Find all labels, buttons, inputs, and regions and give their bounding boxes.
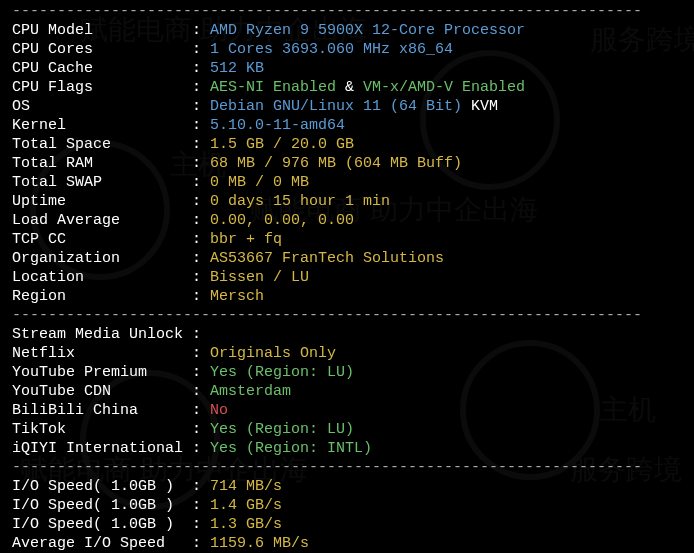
colon: : [192,439,210,458]
info-label: I/O Speed( 1.0GB ) [12,477,192,496]
info-value: AS53667 FranTech Solutions [210,249,444,268]
info-label: BiliBili China [12,401,192,420]
colon: : [192,173,210,192]
info-value-part: KVM [462,97,498,116]
info-row: BiliBili China : No [0,401,694,420]
info-row: CPU Model : AMD Ryzen 9 5900X 12-Core Pr… [0,21,694,40]
io-speed-section: I/O Speed( 1.0GB ) : 714 MB/sI/O Speed( … [0,477,694,553]
colon: : [192,287,210,306]
colon: : [192,21,210,40]
info-row: TCP CC : bbr + fq [0,230,694,249]
info-row: Uptime : 0 days 15 hour 1 min [0,192,694,211]
colon: : [192,40,210,59]
info-value: 1.4 GB/s [210,496,282,515]
colon: : [192,135,210,154]
info-value-part: AES-NI Enabled [210,78,336,97]
info-row: YouTube Premium : Yes (Region: LU) [0,363,694,382]
info-value: 68 MB / 976 MB (604 MB Buff) [210,154,462,173]
info-label: Total Space [12,135,192,154]
info-row: I/O Speed( 1.0GB ) : 1.3 GB/s [0,515,694,534]
info-label: Total SWAP [12,173,192,192]
info-label: TCP CC [12,230,192,249]
info-value: Originals Only [210,344,336,363]
info-row: Netflix : Originals Only [0,344,694,363]
info-value: Yes (Region: LU) [210,420,354,439]
info-value: 512 KB [210,59,264,78]
colon: : [192,496,210,515]
info-value: 0 MB / 0 MB [210,173,309,192]
info-value: AMD Ryzen 9 5900X 12-Core Processor [210,21,525,40]
info-label: Uptime [12,192,192,211]
info-label: YouTube CDN [12,382,192,401]
info-row: Region : Mersch [0,287,694,306]
colon: : [192,325,210,344]
info-row: YouTube CDN : Amsterdam [0,382,694,401]
info-row: Kernel : 5.10.0-11-amd64 [0,116,694,135]
info-value: 1.3 GB/s [210,515,282,534]
colon: : [192,249,210,268]
info-row: Load Average : 0.00, 0.00, 0.00 [0,211,694,230]
section-divider: ----------------------------------------… [0,458,694,477]
info-label: YouTube Premium [12,363,192,382]
info-label: Organization [12,249,192,268]
info-label: I/O Speed( 1.0GB ) [12,515,192,534]
colon: : [192,59,210,78]
info-value-part: & [336,78,363,97]
info-label: Total RAM [12,154,192,173]
colon: : [192,78,210,97]
colon: : [192,268,210,287]
info-value-part: VM-x/AMD-V Enabled [363,78,525,97]
info-value: Amsterdam [210,382,291,401]
info-value: 1 Cores 3693.060 MHz x86_64 [210,40,453,59]
info-label: Netflix [12,344,192,363]
info-row: CPU Cache : 512 KB [0,59,694,78]
stream-header-row: Stream Media Unlock : [0,325,694,344]
info-row: Location : Bissen / LU [0,268,694,287]
colon: : [192,382,210,401]
info-value: 0.00, 0.00, 0.00 [210,211,354,230]
section-divider: ----------------------------------------… [0,2,694,21]
section-divider: ----------------------------------------… [0,306,694,325]
info-row: Total RAM : 68 MB / 976 MB (604 MB Buff) [0,154,694,173]
info-value: bbr + fq [210,230,282,249]
info-value: No [210,401,228,420]
info-label: Load Average [12,211,192,230]
info-row: TikTok : Yes (Region: LU) [0,420,694,439]
info-row: I/O Speed( 1.0GB ) : 714 MB/s [0,477,694,496]
info-value: Bissen / LU [210,268,309,287]
stream-media-section: Netflix : Originals OnlyYouTube Premium … [0,344,694,458]
colon: : [192,154,210,173]
system-info-section: CPU Model : AMD Ryzen 9 5900X 12-Core Pr… [0,21,694,306]
info-row: CPU Flags : AES-NI Enabled & VM-x/AMD-V … [0,78,694,97]
info-label: CPU Cache [12,59,192,78]
info-row: OS : Debian GNU/Linux 11 (64 Bit) KVM [0,97,694,116]
info-value: 714 MB/s [210,477,282,496]
info-value: Yes (Region: INTL) [210,439,372,458]
colon: : [192,344,210,363]
info-label: OS [12,97,192,116]
info-value: Yes (Region: LU) [210,363,354,382]
info-label: TikTok [12,420,192,439]
info-row: Organization : AS53667 FranTech Solution… [0,249,694,268]
info-label: I/O Speed( 1.0GB ) [12,496,192,515]
terminal-output: ----------------------------------------… [0,0,694,553]
info-value: 0 days 15 hour 1 min [210,192,390,211]
info-label: iQIYI International [12,439,192,458]
info-label: Region [12,287,192,306]
colon: : [192,515,210,534]
info-value: 5.10.0-11-amd64 [210,116,345,135]
info-value: Mersch [210,287,264,306]
info-row: I/O Speed( 1.0GB ) : 1.4 GB/s [0,496,694,515]
info-value: 1.5 GB / 20.0 GB [210,135,354,154]
colon: : [192,97,210,116]
info-label: Average I/O Speed [12,534,192,553]
colon: : [192,230,210,249]
info-row: Total SWAP : 0 MB / 0 MB [0,173,694,192]
colon: : [192,363,210,382]
info-row: Average I/O Speed : 1159.6 MB/s [0,534,694,553]
info-label: Kernel [12,116,192,135]
colon: : [192,401,210,420]
info-label: CPU Flags [12,78,192,97]
colon: : [192,116,210,135]
colon: : [192,534,210,553]
